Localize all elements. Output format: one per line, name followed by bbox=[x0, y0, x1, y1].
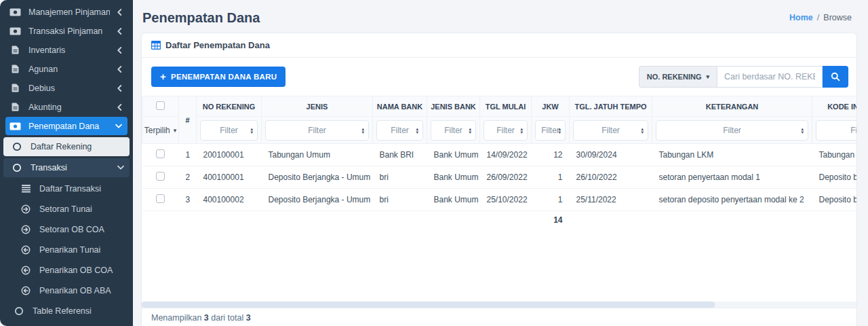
filter-select-jkw[interactable]: Filter▴▾ bbox=[535, 120, 566, 141]
search-input[interactable] bbox=[717, 66, 823, 88]
circle-icon bbox=[12, 306, 26, 316]
column-header-nama-bank[interactable]: NAMA BANK bbox=[373, 96, 427, 117]
filter-select-tgl-mulai[interactable]: Filter▴▾ bbox=[484, 120, 528, 141]
jkw-total: 14 bbox=[532, 211, 570, 230]
table-row: 2 400100001 Deposito Berjangka - Umum br… bbox=[142, 166, 857, 189]
selected-dropdown[interactable]: Terpilih ▾ bbox=[146, 126, 175, 135]
caret-down-icon: ▾ bbox=[706, 73, 709, 80]
list-icon bbox=[19, 185, 33, 193]
chevron-left-icon bbox=[117, 47, 122, 54]
toolbar: + PENEMPATAN DANA BARU NO. REKENING ▾ bbox=[142, 58, 856, 96]
sidebar-item-setoran-ob-coa[interactable]: Setoran OB COA bbox=[5, 220, 127, 239]
sidebar-item-penarikan-ob-coa[interactable]: Penarikan OB COA bbox=[5, 261, 127, 280]
data-table: # NO REKENING JENIS NAMA BANK JENIS BANK… bbox=[142, 96, 856, 230]
select-all-checkbox[interactable] bbox=[156, 101, 165, 110]
data-table-wrapper: # NO REKENING JENIS NAMA BANK JENIS BANK… bbox=[142, 96, 856, 302]
circle-icon bbox=[10, 163, 24, 173]
column-header-tgl-jatuh-tempo[interactable]: TGL. JATUH TEMPO bbox=[570, 96, 652, 117]
chevron-left-icon bbox=[117, 104, 122, 111]
chevron-down-icon bbox=[117, 165, 124, 170]
sidebar-item-daftar-transaksi[interactable]: Daftar Transaksi bbox=[5, 179, 127, 198]
money-bill-icon bbox=[8, 8, 22, 16]
plus-icon: + bbox=[160, 73, 166, 80]
sort-carets-icon: ▴▾ bbox=[801, 126, 804, 134]
column-header-jenis[interactable]: JENIS bbox=[262, 96, 373, 117]
breadcrumb: Home / Browse bbox=[789, 13, 852, 22]
sidebar-item-akunting[interactable]: Akunting bbox=[5, 98, 127, 116]
table-row: 1 200100001 Tabungan Umum Bank BRI Bank … bbox=[142, 144, 857, 166]
sidebar-item-inventaris[interactable]: Inventaris bbox=[5, 41, 127, 59]
filter-select-jenis[interactable]: Filter▴▾ bbox=[265, 120, 369, 141]
shown-count: 3 bbox=[204, 313, 209, 323]
card-title: Daftar Penempatan Dana bbox=[165, 40, 270, 50]
sidebar-item-table-referensi[interactable]: Table Referensi bbox=[5, 302, 127, 320]
file-icon bbox=[8, 46, 22, 54]
column-header-kode-integrasi[interactable]: KODE INTEGRASI bbox=[812, 96, 857, 117]
caret-down-icon: ▾ bbox=[174, 127, 177, 134]
chevron-down-icon bbox=[115, 124, 122, 129]
chevron-left-icon bbox=[117, 9, 122, 16]
arrow-left-circle-icon bbox=[19, 286, 33, 295]
app-window: Manajemen Pinjaman Transaksi Pinjaman In… bbox=[0, 0, 868, 326]
file-icon bbox=[8, 84, 22, 92]
sidebar-item-transaksi[interactable]: Transaksi bbox=[3, 158, 130, 177]
money-bill-icon bbox=[8, 122, 22, 130]
search-icon bbox=[831, 72, 840, 82]
card-header: Daftar Penempatan Dana bbox=[142, 33, 856, 58]
sidebar-item-setoran-tunai[interactable]: Setoran Tunai bbox=[5, 200, 127, 219]
chevron-left-icon bbox=[117, 85, 122, 92]
sort-carets-icon: ▴▾ bbox=[641, 126, 644, 134]
search-button[interactable] bbox=[823, 66, 848, 88]
table-footer: Menampilkan 3 dari total 3 bbox=[142, 308, 856, 326]
content-header: Penempatan Dana Home / Browse bbox=[133, 0, 868, 33]
arrow-right-circle-icon bbox=[19, 204, 33, 214]
horizontal-scrollbar bbox=[142, 302, 856, 308]
sidebar-item-penarikan-tunai[interactable]: Penarikan Tunai bbox=[5, 240, 127, 259]
file-icon bbox=[8, 103, 22, 111]
breadcrumb-separator: / bbox=[817, 13, 819, 22]
column-header-jenis-bank[interactable]: JENIS BANK bbox=[427, 96, 480, 117]
row-checkbox[interactable] bbox=[156, 172, 165, 181]
chevron-left-icon bbox=[117, 66, 122, 73]
sort-carets-icon: ▴▾ bbox=[520, 126, 523, 134]
filter-select-keterangan[interactable]: Filter▴▾ bbox=[656, 120, 808, 141]
row-checkbox[interactable] bbox=[156, 194, 165, 203]
sidebar-item-daftar-rekening[interactable]: Daftar Rekening bbox=[3, 137, 130, 156]
circle-icon bbox=[10, 142, 24, 151]
search-group: NO. REKENING ▾ bbox=[639, 66, 848, 88]
sidebar-item-penempatan-dana[interactable]: Penempatan Dana bbox=[5, 117, 127, 135]
filter-select-nama-bank[interactable]: Filter▴▾ bbox=[376, 120, 423, 141]
new-placement-button[interactable]: + PENEMPATAN DANA BARU bbox=[151, 67, 285, 87]
row-checkbox[interactable] bbox=[156, 149, 165, 158]
sort-carets-icon: ▴▾ bbox=[558, 126, 561, 134]
scrollbar-thumb[interactable] bbox=[142, 302, 715, 308]
table-icon bbox=[151, 41, 161, 50]
table-row: 3 400100002 Deposito Berjangka - Umum br… bbox=[142, 189, 857, 211]
sidebar-item-debius[interactable]: Debius bbox=[5, 79, 127, 97]
search-field-dropdown[interactable]: NO. REKENING ▾ bbox=[639, 66, 717, 88]
arrow-left-circle-icon bbox=[19, 245, 33, 255]
breadcrumb-current: Browse bbox=[823, 13, 852, 22]
column-header-jkw[interactable]: JKW bbox=[532, 96, 570, 117]
sidebar: Manajemen Pinjaman Transaksi Pinjaman In… bbox=[0, 0, 133, 326]
chevron-left-icon bbox=[117, 28, 122, 35]
arrow-right-circle-icon bbox=[19, 225, 33, 234]
filter-select-tgl-jatuh-tempo[interactable]: Filter▴▾ bbox=[573, 120, 648, 141]
index-column-header: # bbox=[179, 96, 197, 144]
summary-row: 14 bbox=[142, 211, 857, 230]
sort-carets-icon: ▴▾ bbox=[416, 126, 418, 134]
card: Daftar Penempatan Dana + PENEMPATAN DANA… bbox=[141, 33, 857, 326]
filter-select-no-rekening[interactable]: Filter▴▾ bbox=[200, 120, 258, 141]
sort-carets-icon: ▴▾ bbox=[250, 126, 253, 134]
select-all-header bbox=[142, 96, 179, 117]
sidebar-item-transaksi-pinjaman[interactable]: Transaksi Pinjaman bbox=[5, 22, 127, 40]
filter-select-jenis-bank[interactable]: Filter▴▾ bbox=[431, 120, 476, 141]
filter-select-kode-integrasi[interactable]: Filter▴▾ bbox=[816, 120, 856, 141]
column-header-tgl-mulai[interactable]: TGL MULAI bbox=[480, 96, 532, 117]
sidebar-item-agunan[interactable]: Agunan bbox=[5, 60, 127, 78]
column-header-no-rekening[interactable]: NO REKENING bbox=[197, 96, 262, 117]
sidebar-item-penarikan-ob-aba[interactable]: Penarikan OB ABA bbox=[5, 281, 127, 300]
column-header-keterangan[interactable]: KETERANGAN bbox=[652, 96, 812, 117]
sidebar-item-manajemen-pinjaman[interactable]: Manajemen Pinjaman bbox=[5, 3, 127, 21]
breadcrumb-home-link[interactable]: Home bbox=[789, 13, 813, 22]
